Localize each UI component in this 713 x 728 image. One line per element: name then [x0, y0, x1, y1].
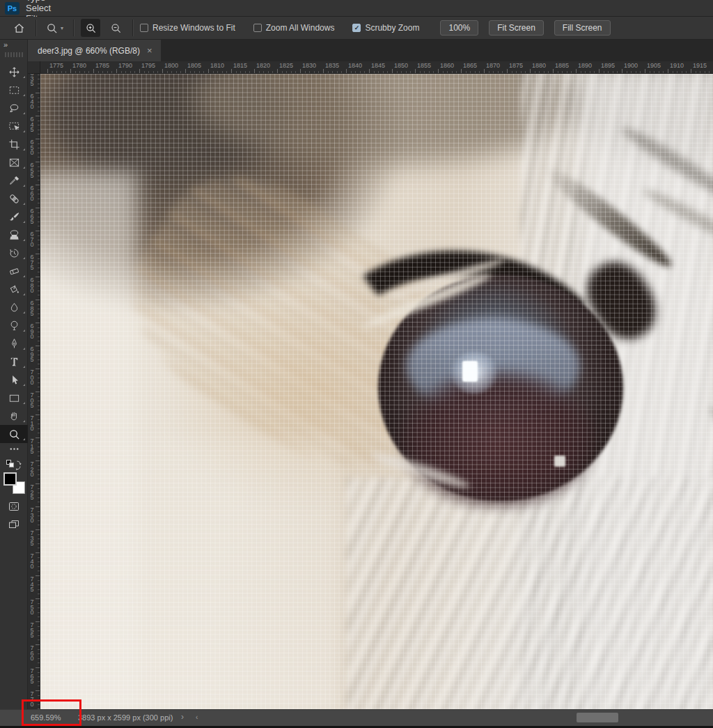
- chevron-right-icon[interactable]: ›: [181, 712, 184, 722]
- ruler-horizontal: 1775178017851790179518001805181018151820…: [40, 61, 713, 74]
- pen-icon: [8, 338, 20, 350]
- color-swatches[interactable]: [3, 472, 25, 494]
- ruler-tick-label: 7 3 5: [29, 531, 35, 547]
- checkbox-unchecked-icon: [140, 24, 148, 32]
- tool-eyedropper[interactable]: [0, 171, 28, 189]
- ruler-tick-label: 1780: [72, 62, 86, 69]
- quick-mask-button[interactable]: [6, 499, 22, 513]
- marquee-icon: [8, 84, 20, 96]
- eyedropper-icon: [8, 175, 20, 187]
- ruler-tick-label: 1805: [187, 62, 201, 69]
- ruler-tick-label: 1880: [532, 62, 546, 69]
- toolbar-drag-handle[interactable]: [5, 52, 23, 57]
- tool-eraser[interactable]: [0, 262, 28, 280]
- ruler-tick-label: 7 6 0: [29, 646, 35, 662]
- 100--button[interactable]: 100%: [440, 20, 478, 36]
- fill-screen-button[interactable]: Fill Screen: [554, 20, 611, 36]
- tool-object-selection[interactable]: [0, 117, 28, 135]
- menu-select[interactable]: Select: [26, 3, 58, 13]
- ruler-corner[interactable]: [28, 61, 40, 74]
- ruler-tick-label: 6 8 5: [29, 301, 35, 317]
- ruler-tick-label: 6 9 5: [29, 347, 35, 363]
- ruler-tick-label: 1885: [555, 62, 569, 69]
- zoom-annotation-box: [22, 699, 81, 726]
- zoom-in-icon[interactable]: [81, 19, 100, 37]
- canvas[interactable]: [40, 74, 713, 709]
- checkbox-resize-windows-to-fit[interactable]: Resize Windows to Fit: [140, 23, 235, 33]
- tool-gradient[interactable]: [0, 280, 28, 298]
- tool-rectangle[interactable]: [0, 389, 28, 407]
- close-icon[interactable]: ×: [147, 45, 152, 56]
- ruler-tick-label: 6 6 0: [29, 186, 35, 202]
- crop-icon: [8, 139, 20, 150]
- ruler-tick-label: 1835: [325, 62, 339, 69]
- ruler-tick-label: 1910: [670, 62, 684, 69]
- default-swap-colors-icon[interactable]: [5, 459, 23, 471]
- ruler-tick-label: 7 1 5: [29, 439, 35, 455]
- ruler-tick-label: 1870: [486, 62, 500, 69]
- checkbox-label: Zoom All Windows: [266, 23, 335, 33]
- zoom-out-icon[interactable]: [106, 19, 125, 37]
- zoom-tool-preset[interactable]: ▾: [43, 21, 66, 36]
- frame-icon: [8, 157, 20, 169]
- tool-blur[interactable]: [0, 298, 28, 316]
- ruler-tick-label: 1825: [279, 62, 293, 69]
- chevron-left-icon[interactable]: ‹: [196, 713, 198, 721]
- fit-screen-button[interactable]: Fit Screen: [489, 20, 544, 36]
- ruler-tick-label: 6 4 0: [29, 94, 35, 110]
- edit-toolbar-button[interactable]: [0, 441, 28, 456]
- ruler-tick-label: 6 4 5: [29, 117, 35, 133]
- checkbox-checked-icon: ✓: [352, 24, 361, 32]
- ruler-tick-label: 1890: [578, 62, 592, 69]
- ruler-tick-label: 6 9 0: [29, 324, 35, 340]
- lasso-icon: [8, 102, 20, 114]
- tool-frame[interactable]: [0, 153, 28, 171]
- type-icon: [8, 356, 20, 368]
- chevron-down-icon: ▾: [61, 25, 63, 31]
- ruler-tick-label: 6 7 0: [29, 232, 35, 248]
- horizontal-scrollbar-thumb[interactable]: [577, 713, 618, 722]
- home-icon[interactable]: [9, 19, 29, 37]
- screen-mode-button[interactable]: [6, 518, 22, 532]
- options-bar: ▾ Resize Windows to FitZoom All Windows✓…: [0, 17, 713, 40]
- healing-brush-icon: [8, 193, 20, 205]
- tool-move[interactable]: [0, 63, 28, 81]
- tool-crop[interactable]: [0, 135, 28, 153]
- ruler-tick-label: 6 3 5: [29, 74, 35, 87]
- ruler-tick-label: 7 4 0: [29, 554, 35, 570]
- ruler-tick-label: 7 5 0: [29, 600, 35, 616]
- tool-clone-stamp[interactable]: [0, 226, 28, 244]
- blur-icon: [8, 302, 20, 313]
- ruler-tick-label: 1860: [440, 62, 454, 69]
- ruler-tick-label: 6 8 0: [29, 278, 35, 294]
- zoom-icon: [8, 428, 20, 440]
- ruler-tick-label: 1840: [348, 62, 362, 69]
- tool-lasso[interactable]: [0, 99, 28, 117]
- ruler-tick-label: 7 3 0: [29, 508, 35, 524]
- ruler-tick-label: 1775: [49, 62, 63, 69]
- document-info: 3893 px x 2599 px (300 ppi): [78, 713, 173, 722]
- tool-rectangular-marquee[interactable]: [0, 81, 28, 99]
- tool-spot-healing-brush[interactable]: [0, 189, 28, 208]
- foreground-color-swatch[interactable]: [3, 472, 17, 486]
- ruler-tick-label: 6 5 0: [29, 140, 35, 156]
- tool-hand[interactable]: [0, 407, 28, 425]
- ruler-tick-label: 7 2 5: [29, 485, 35, 501]
- dodge-icon: [8, 320, 20, 332]
- pixel-grid-overlay: [40, 74, 713, 709]
- tool-type[interactable]: [0, 353, 28, 371]
- gradient-icon: [8, 284, 20, 295]
- checkbox-scrubby-zoom[interactable]: ✓Scrubby Zoom: [352, 23, 419, 33]
- tool-brush[interactable]: [0, 208, 28, 226]
- document-tab-title: deer3.jpg @ 660% (RGB/8): [38, 46, 140, 56]
- tool-pen[interactable]: [0, 334, 28, 353]
- document-tab[interactable]: deer3.jpg @ 660% (RGB/8) ×: [28, 40, 161, 61]
- tool-history-brush[interactable]: [0, 244, 28, 262]
- rectangle-icon: [8, 392, 20, 404]
- tool-path-selection[interactable]: [0, 371, 28, 389]
- tool-dodge[interactable]: [0, 316, 28, 334]
- ruler-tick-label: 1800: [164, 62, 178, 69]
- object-selection-icon: [8, 121, 20, 132]
- checkbox-zoom-all-windows[interactable]: Zoom All Windows: [253, 23, 335, 33]
- panel-collapse-icon[interactable]: »: [3, 40, 8, 49]
